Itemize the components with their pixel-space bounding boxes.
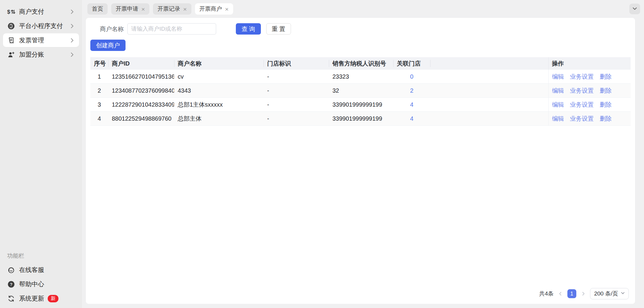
tab-4[interactable]: 开票商户× [195, 3, 233, 15]
cell-index: 1 [90, 70, 108, 84]
cell-linked-stores: 4 [393, 98, 430, 112]
create-merchant-button[interactable]: 创建商户 [90, 40, 126, 51]
sidebar-footer-label: 在线客服 [19, 266, 44, 274]
cell-merchant-id: 1235166270104795136 [108, 70, 174, 84]
delete-link[interactable]: 删除 [600, 101, 612, 108]
tab-3[interactable]: 开票记录× [153, 3, 191, 15]
business-settings-link[interactable]: 业务设置 [570, 101, 594, 108]
edit-link[interactable]: 编辑 [552, 73, 564, 80]
chevron-right-icon [69, 23, 75, 29]
business-settings-link[interactable]: 业务设置 [570, 87, 594, 94]
cell-store-flag: - [264, 84, 329, 98]
sidebar-footer-label: 帮助中心 [19, 280, 44, 288]
cell-merchant-name: 4343 [174, 84, 264, 98]
edit-link[interactable]: 编辑 [552, 115, 564, 122]
chevron-down-icon [620, 290, 626, 297]
column-header-6: 关联门店 [393, 57, 430, 70]
merchant-search-input[interactable] [127, 23, 216, 35]
svg-text:$: $ [7, 9, 10, 15]
prev-page-button[interactable] [558, 291, 564, 297]
linked-stores-link[interactable]: 4 [410, 115, 413, 122]
sidebar-footer-item-2[interactable]: ?帮助中心 [3, 277, 79, 291]
sidebar-section-label: 功能栏 [7, 252, 82, 260]
page-size-select[interactable]: 200 条/页 [590, 288, 629, 299]
business-settings-link[interactable]: 业务设置 [570, 115, 594, 122]
table-row: 4880122529498869760总部主体-3399019999991994… [90, 112, 631, 126]
app-root: $商户支付平台小程序支付发票管理加盟分账 功能栏 在线客服?帮助中心系统更新新 … [0, 0, 644, 308]
merchant-table: 序号商户ID商户名称门店标识销售方纳税人识别号关联门店操作 1123516627… [90, 57, 631, 126]
column-header-1: 序号 [90, 57, 108, 70]
sidebar-footer-item-1[interactable]: 在线客服 [3, 263, 79, 277]
next-page-button[interactable] [580, 291, 586, 297]
cell-actions: 编辑业务设置删除 [548, 70, 631, 84]
sidebar-item-1[interactable]: $商户支付 [3, 5, 79, 18]
edit-link[interactable]: 编辑 [552, 87, 564, 94]
cell-index: 4 [90, 112, 108, 126]
business-settings-link[interactable]: 业务设置 [570, 73, 594, 80]
tab-1[interactable]: 首页 [87, 3, 108, 15]
sidebar: $商户支付平台小程序支付发票管理加盟分账 功能栏 在线客服?帮助中心系统更新新 [0, 0, 82, 308]
sidebar-footer: 在线客服?帮助中心系统更新新 [0, 263, 82, 308]
close-icon[interactable]: × [141, 6, 145, 12]
tab-overflow-button[interactable] [629, 4, 640, 14]
cell-store-flag: - [264, 112, 329, 126]
search-button[interactable]: 查 询 [236, 23, 261, 35]
sidebar-item-2[interactable]: 平台小程序支付 [3, 19, 79, 33]
help-icon: ? [7, 281, 15, 288]
chevron-down-icon [631, 5, 638, 13]
sidebar-item-3[interactable]: 发票管理 [3, 33, 79, 47]
sidebar-footer-label: 系统更新 [19, 294, 44, 303]
cell-merchant-name: 总部主体 [174, 112, 264, 126]
sidebar-menu: $商户支付平台小程序支付发票管理加盟分账 [0, 0, 82, 62]
table-row: 11235166270104795136cv-233230编辑业务设置删除 [90, 70, 631, 84]
cell-actions: 编辑业务设置删除 [548, 84, 631, 98]
linked-stores-link[interactable]: 4 [410, 101, 413, 108]
cell-merchant-id: 1234087702376099840 [108, 84, 174, 98]
edit-link[interactable]: 编辑 [552, 101, 564, 108]
cell-filler [430, 112, 548, 126]
cell-merchant-id: 1222872901042833409 [108, 98, 174, 112]
column-header-7 [430, 57, 548, 70]
cell-store-flag: - [264, 70, 329, 84]
table-header-row: 序号商户ID商户名称门店标识销售方纳税人识别号关联门店操作 [90, 57, 631, 70]
cell-tax-id: 339901999999199 [329, 112, 393, 126]
sidebar-footer-item-3[interactable]: 系统更新新 [3, 291, 79, 306]
linked-stores-link[interactable]: 0 [410, 73, 413, 80]
close-icon[interactable]: × [183, 6, 187, 12]
svg-text:?: ? [10, 282, 13, 287]
page-1-button[interactable]: 1 [567, 289, 576, 298]
cell-actions: 编辑业务设置删除 [548, 98, 631, 112]
filter-row: 商户名称 查 询 重 置 [90, 23, 631, 35]
column-header-8: 操作 [548, 57, 631, 70]
refresh-icon [7, 295, 15, 302]
linked-stores-link[interactable]: 2 [410, 87, 413, 94]
delete-link[interactable]: 删除 [600, 87, 612, 94]
user-add-icon [7, 51, 15, 58]
content-card: 商户名称 查 询 重 置 创建商户 序号商户ID商户名称门店标识销售方纳税人识别… [86, 18, 635, 304]
cell-tax-id: 339901999999199 [329, 98, 393, 112]
table-body: 11235166270104795136cv-233230编辑业务设置删除212… [90, 70, 631, 126]
chevron-right-icon [69, 52, 75, 58]
reset-button[interactable]: 重 置 [266, 23, 291, 35]
tab-label: 首页 [92, 5, 103, 13]
money-transfer-icon: $ [7, 8, 15, 16]
cell-filler [430, 84, 548, 98]
cell-merchant-id: 880122529498869760 [108, 112, 174, 126]
close-icon[interactable]: × [225, 6, 229, 12]
tab-2[interactable]: 开票申请× [111, 3, 149, 15]
page-size-value: 200 条/页 [594, 290, 618, 298]
tab-list: 首页开票申请×开票记录×开票商户× [87, 3, 233, 15]
sidebar-spacer [0, 62, 82, 252]
cell-store-flag: - [264, 98, 329, 112]
sidebar-item-4[interactable]: 加盟分账 [3, 48, 79, 61]
sidebar-item-label: 平台小程序支付 [19, 22, 63, 30]
table-row: 31222872901042833409总部1主体sxxxxx-33990199… [90, 98, 631, 112]
column-header-4: 门店标识 [264, 57, 329, 70]
sidebar-item-label: 加盟分账 [19, 50, 44, 59]
main-area: 首页开票申请×开票记录×开票商户× 商户名称 查 询 重 置 创建商户 序号商户… [82, 0, 644, 308]
sidebar-item-label: 商户支付 [19, 7, 44, 16]
delete-link[interactable]: 删除 [600, 115, 612, 122]
pagination: 共4条 1 200 条/页 [90, 288, 631, 304]
delete-link[interactable]: 删除 [600, 73, 612, 80]
tab-bar: 首页开票申请×开票记录×开票商户× [82, 0, 644, 18]
